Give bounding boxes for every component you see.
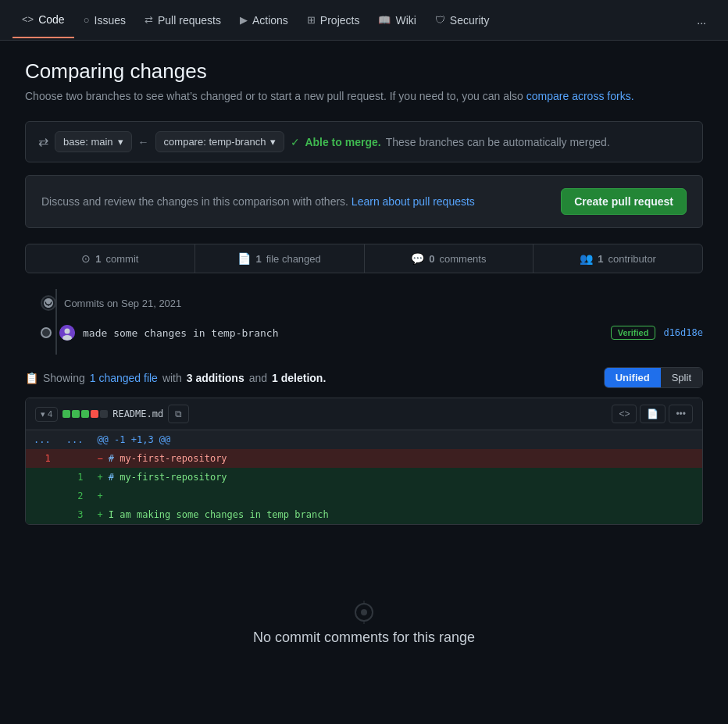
commit-row: made some changes in temp-branch Verifie… <box>25 320 703 345</box>
nav-label-projects: Projects <box>320 14 360 27</box>
diff-block-red-1 <box>91 410 98 418</box>
security-icon: 🛡 <box>435 14 445 26</box>
diff-table: ... ... @@ -1 +1,3 @@ 1 − # my-first-rep… <box>26 430 702 524</box>
comments-count: 0 <box>429 253 434 265</box>
diff-hunk-code: @@ -1 +1,3 @@ <box>91 430 702 449</box>
projects-icon: ⊞ <box>307 14 316 26</box>
nav-item-pull-requests[interactable]: ⇄ Pull requests <box>135 3 230 37</box>
compare-forks-link[interactable]: compare across forks. <box>526 90 634 102</box>
diff-filename: README.md <box>112 408 163 419</box>
diff-file-header: ▾ 4 README.md ⧉ <> 📄 ••• <box>26 398 702 430</box>
pull-requests-icon: ⇄ <box>145 14 153 26</box>
comments-label: comments <box>440 253 487 265</box>
diff-add-num-old-1 <box>26 468 59 487</box>
main-content: Comparing changes Choose two branches to… <box>0 41 728 680</box>
comments-icon: 💬 <box>411 252 424 265</box>
diff-del-code: − # my-first-repository <box>91 449 702 468</box>
copy-path-button[interactable]: ⧉ <box>168 405 189 423</box>
issues-icon: ○ <box>84 14 90 26</box>
nav-item-more[interactable]: ... <box>687 3 716 37</box>
nav-item-issues[interactable]: ○ Issues <box>74 3 135 37</box>
no-commit-icon <box>355 603 373 622</box>
merge-status: ✓ Able to merge. These branches can be a… <box>291 136 609 148</box>
diff-file-icon: 📋 <box>25 372 38 384</box>
base-branch-label: base: main <box>63 136 113 148</box>
actions-icon: ▶ <box>240 14 248 26</box>
nav-label-pull-requests: Pull requests <box>158 14 221 27</box>
diff-added-row-2: 2 + <box>26 487 702 505</box>
compare-branch-label: compare: temp-branch <box>164 136 266 148</box>
nav-item-actions[interactable]: ▶ Actions <box>230 3 298 37</box>
diff-hunk-row: ... ... @@ -1 +1,3 @@ <box>26 430 702 449</box>
diff-header-left: ▾ 4 README.md ⧉ <box>35 405 605 423</box>
nav-item-code[interactable]: <> Code <box>12 2 74 38</box>
diff-header-right: <> 📄 ••• <box>612 405 693 423</box>
stat-commits: ⊙ 1 commit <box>26 244 195 273</box>
diff-collapse-button[interactable]: ▾ 4 <box>35 407 58 422</box>
no-commit-text: No commit comments for this range <box>253 629 475 646</box>
stat-contributors: 👥 1 contributor <box>534 244 702 273</box>
create-pull-request-button[interactable]: Create pull request <box>561 188 687 215</box>
view-toggle: Unified Split <box>604 367 703 388</box>
nav-label-issues: Issues <box>95 14 126 27</box>
diff-add-code-3: + I am making some changes in temp branc… <box>91 505 702 524</box>
contributors-label: contributor <box>608 253 656 265</box>
view-file-button[interactable]: 📄 <box>640 405 666 423</box>
nav-item-security[interactable]: 🛡 Security <box>426 3 499 37</box>
diff-additions-blocks <box>62 410 108 418</box>
subtitle-text: Choose two branches to see what’s change… <box>25 90 523 102</box>
commits-group-icon <box>41 295 56 311</box>
files-count: 1 <box>255 253 261 265</box>
view-code-button[interactable]: <> <box>612 405 637 423</box>
diff-hunk-num-old: ... <box>26 430 59 449</box>
commits-date-text: Commits on Sep 21, 2021 <box>64 298 181 309</box>
info-banner: Discuss and review the changes in this c… <box>25 175 703 228</box>
files-label: file changed <box>266 253 321 265</box>
diff-add-num-new-1: 1 <box>59 468 91 487</box>
diff-block-green-2 <box>72 410 80 418</box>
checkmark-icon: ✓ <box>291 136 300 148</box>
diff-deleted-row: 1 − # my-first-repository <box>26 449 702 468</box>
merge-desc-text: These branches can be automatically merg… <box>386 136 610 148</box>
diff-add-num-new-2: 2 <box>59 487 91 505</box>
diff-add-code-2: + <box>91 487 702 505</box>
file-icon: 📄 <box>237 252 251 265</box>
banner-description: Discuss and review the changes in this c… <box>41 195 348 208</box>
nav-label-wiki: Wiki <box>395 14 416 27</box>
additions-count: 3 additions <box>187 372 244 384</box>
learn-pull-requests-link[interactable]: Learn about pull requests <box>352 195 475 208</box>
commit-icon: ⊙ <box>81 252 91 265</box>
commit-hash[interactable]: d16d18e <box>663 327 703 338</box>
stats-bar: ⊙ 1 commit 📄 1 file changed 💬 0 comments… <box>25 244 703 273</box>
showing-text: Showing <box>43 372 85 384</box>
commit-message: made some changes in temp-branch <box>83 327 603 339</box>
nav-label-code: Code <box>38 13 64 26</box>
diff-block-gray-1 <box>100 410 108 418</box>
banner-text: Discuss and review the changes in this c… <box>41 195 475 208</box>
contributors-icon: 👥 <box>580 252 593 265</box>
changed-file-link[interactable]: 1 changed file <box>90 372 158 384</box>
contributors-count: 1 <box>598 253 603 265</box>
diff-block-green-1 <box>62 410 70 418</box>
no-commit-section: No commit comments for this range <box>25 556 703 662</box>
compare-bar: ⇄ base: main ▾ ← compare: temp-branch ▾ … <box>25 121 703 162</box>
base-branch-select[interactable]: base: main ▾ <box>55 131 132 152</box>
commits-date-label: Commits on Sep 21, 2021 <box>25 289 703 320</box>
diff-more-button[interactable]: ••• <box>669 405 693 423</box>
diff-block-green-3 <box>81 410 89 418</box>
diff-hunk-num-new: ... <box>59 430 91 449</box>
nav-item-projects[interactable]: ⊞ Projects <box>298 3 369 37</box>
stat-files: 📄 1 file changed <box>195 244 365 273</box>
split-view-button[interactable]: Split <box>661 368 702 387</box>
nav-label-more: ... <box>697 14 706 27</box>
deletions-count: 1 deletion. <box>272 372 326 384</box>
unified-view-button[interactable]: Unified <box>605 368 661 387</box>
avatar <box>59 325 75 341</box>
diff-add-num-old-2 <box>26 487 59 505</box>
nav-item-wiki[interactable]: 📖 Wiki <box>369 3 425 37</box>
arrow-icon: ← <box>138 136 149 148</box>
compare-branch-select[interactable]: compare: temp-branch ▾ <box>155 131 285 152</box>
and-text: and <box>249 372 267 384</box>
file-changed-info: 📋 Showing 1 changed file with 3 addition… <box>25 372 326 384</box>
with-text: with <box>162 372 182 384</box>
